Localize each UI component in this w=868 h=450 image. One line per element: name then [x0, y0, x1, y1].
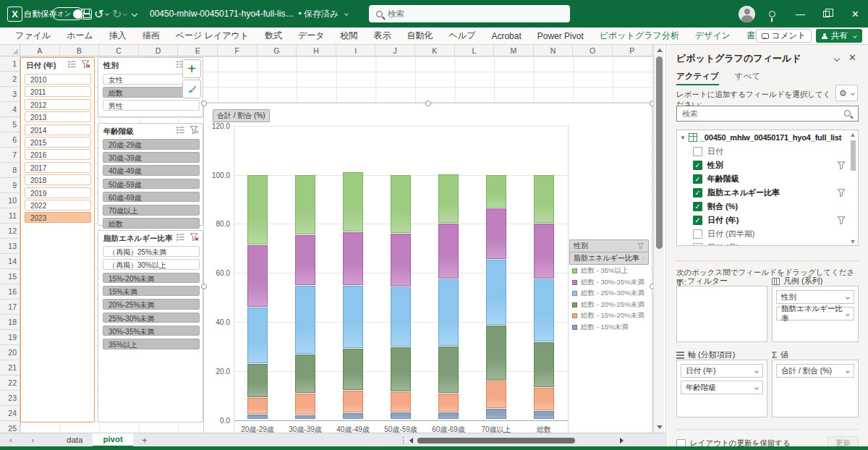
slicer-脂肪エネルギー比率[interactable]: 脂肪エネルギー比率（再掲）25%未満（再掲）30%以上15%-20%未満15%未… [98, 230, 203, 423]
column-header-B[interactable]: B [60, 45, 100, 56]
field-row-日付 (月)[interactable]: 日付 (月) [677, 241, 858, 246]
field-row-日付 (四半期)[interactable]: 日付 (四半期) [677, 227, 858, 241]
chart-elements-button[interactable]: + [182, 59, 201, 78]
area-chip-合計 / 割合 (%)[interactable]: 合計 / 割合 (%) [776, 364, 854, 378]
bar-segment-40歳-49歳-総数 - 20%-25%未満[interactable] [343, 349, 363, 390]
value-field-button[interactable]: 合計 / 割合 (%) [213, 109, 270, 122]
undo-icon[interactable]: ↺ [94, 0, 109, 27]
tools-gear-button[interactable]: ⚙ [835, 85, 858, 101]
ribbon-tab-Power Pivot[interactable]: Power Pivot [529, 29, 592, 43]
field-list-scrollbar[interactable] [850, 131, 857, 245]
column-header-D[interactable]: D [139, 45, 179, 56]
ribbon-tab-自動化[interactable]: 自動化 [399, 27, 441, 44]
slicer-item-男性[interactable]: 男性 [103, 100, 200, 111]
bar-segment-50歳-59歳-総数 - 25%-30%未満[interactable] [391, 287, 411, 347]
bar-segment-20歳-29歳-総数 - 35%以上[interactable] [247, 175, 268, 245]
field-checkbox[interactable]: ✓ [693, 188, 702, 198]
row-header-10[interactable]: 10 [0, 193, 20, 208]
area-chip-年齢階級[interactable]: 年齢階級 [681, 381, 763, 394]
area-chip-脂肪エネルギー比率[interactable]: 脂肪エネルギー比率 [776, 307, 854, 320]
ribbon-tab-ページ レイアウト[interactable]: ページ レイアウト [168, 27, 257, 44]
legend-field-button-脂肪エネルギー比率[interactable]: 脂肪エネルギー比率 [569, 252, 649, 265]
bar-segment-70歳以上-総数 - 25%-30%未満[interactable] [486, 260, 506, 325]
slicer-item-（再掲）25%未満[interactable]: （再掲）25%未満 [103, 246, 200, 257]
row-header-24[interactable]: 24 [0, 406, 20, 421]
row-headers[interactable]: 1234567891011121314151617181920212223242… [0, 56, 20, 433]
row-header-23[interactable]: 23 [0, 391, 20, 406]
slicer-item-20歳-29歳[interactable]: 20歳-29歳 [103, 139, 200, 150]
prev-sheet-icon[interactable]: ‹ [0, 436, 22, 444]
column-headers[interactable]: ABCDEFGHIJKLMNOP [0, 45, 653, 56]
row-header-12[interactable]: 12 [0, 224, 20, 239]
bar-segment-50歳-59歳-総数 - 35%以上[interactable] [391, 175, 411, 233]
row-header-22[interactable]: 22 [0, 375, 20, 391]
filters-drop-zone[interactable] [676, 286, 767, 342]
clear-filter-icon[interactable] [190, 232, 199, 244]
slicer-item-20%-25%未満[interactable]: 20%-25%未満 [103, 299, 200, 310]
slicer-item-2017[interactable]: 2017 [25, 162, 91, 173]
tab-active[interactable]: アクティブ [676, 71, 719, 85]
bar-segment-60歳-69歳-総数 - 15%-20%未満[interactable] [438, 394, 459, 412]
sheet-tab-data[interactable]: data [56, 433, 93, 447]
bar-segment-総数-総数 - 30%-35%未満[interactable] [534, 224, 554, 279]
column-header-N[interactable]: N [534, 45, 574, 56]
column-header-M[interactable]: M [494, 45, 534, 56]
bar-segment-70歳以上-総数 - 35%以上[interactable] [486, 175, 506, 208]
bar-segment-30歳-39歳-総数 - 35%以上[interactable] [295, 175, 315, 235]
bar-segment-50歳-59歳-総数 - 30%-35%未満[interactable] [391, 234, 411, 286]
column-header-J[interactable]: J [375, 45, 415, 56]
chart-selection-handle[interactable] [201, 284, 207, 289]
chart-selection-handle[interactable] [201, 101, 207, 106]
horizontal-scroll-thumb[interactable] [417, 438, 575, 443]
bar-segment-50歳-59歳-総数 - 20%-25%未満[interactable] [391, 347, 411, 391]
slicer-日付 (年)[interactable]: 日付 (年)2010201120122013201420152016201720… [20, 57, 95, 423]
comments-button[interactable]: コメント [756, 29, 812, 43]
scroll-up-icon[interactable] [657, 48, 663, 52]
bar-segment-40歳-49歳-総数 - 30%-35%未満[interactable] [343, 232, 363, 285]
field-row-性別[interactable]: ✓性別 [677, 158, 858, 172]
bar-segment-70歳以上-総数 - 20%-25%未満[interactable] [486, 326, 506, 381]
bar-segment-20歳-29歳-総数 - 15%未満[interactable] [247, 415, 268, 419]
row-header-4[interactable]: 4 [0, 102, 20, 117]
sheet-tab-pivot[interactable]: pivot [93, 433, 132, 447]
bar-segment-総数-総数 - 25%-30%未満[interactable] [534, 279, 554, 342]
slicer-item-2018[interactable]: 2018 [25, 174, 91, 185]
slicer-item-30%-35%未満[interactable]: 30%-35%未満 [103, 326, 200, 336]
scroll-right-icon[interactable] [620, 438, 624, 443]
bar-segment-40歳-49歳-総数 - 35%以上[interactable] [343, 172, 363, 232]
search-bar[interactable] [369, 5, 570, 22]
field-row-日付 (年)[interactable]: ✓日付 (年) [677, 213, 858, 227]
bar-segment-70歳以上-総数 - 30%-35%未満[interactable] [486, 208, 506, 259]
ribbon-tab-ヘルプ[interactable]: ヘルプ [441, 27, 484, 44]
close-button[interactable]: ✕ [851, 0, 859, 27]
share-button[interactable]: 共有 [816, 29, 862, 43]
slicer-item-2010[interactable]: 2010 [25, 74, 91, 85]
row-header-5[interactable]: 5 [0, 117, 20, 132]
field-checkbox[interactable]: ✓ [693, 216, 702, 225]
column-header-C[interactable]: C [99, 45, 139, 56]
legend-field-button-性別[interactable]: 性別 [569, 239, 649, 252]
row-header-2[interactable]: 2 [0, 72, 20, 87]
restore-button[interactable] [823, 0, 830, 27]
slicer-item-総数[interactable]: 総数 [103, 218, 200, 229]
bar-segment-40歳-49歳-総数 - 15%-20%未満[interactable] [343, 391, 363, 412]
slicer-item-15%-20%未満[interactable]: 15%-20%未満 [103, 273, 200, 284]
legend-drop-zone[interactable]: 性別脂肪エネルギー比率 [772, 286, 859, 342]
next-sheet-icon[interactable]: › [22, 436, 43, 444]
row-header-7[interactable]: 7 [0, 148, 20, 163]
chart-selection-handle[interactable] [650, 101, 653, 106]
excel-app-icon[interactable]: X [7, 0, 22, 27]
bar-segment-50歳-59歳-総数 - 15%未満[interactable] [391, 412, 411, 420]
column-header-G[interactable]: G [258, 45, 297, 56]
slicer-item-25%-30%未満[interactable]: 25%-30%未満 [103, 313, 200, 323]
tab-all[interactable]: すべて [735, 71, 760, 85]
slicer-item-2016[interactable]: 2016 [25, 149, 91, 160]
row-header-18[interactable]: 18 [0, 315, 20, 330]
ribbon-tab-表示[interactable]: 表示 [366, 27, 399, 44]
worksheet-area[interactable]: ABCDEFGHIJKLMNOP 12345678910111213141516… [0, 45, 653, 433]
column-header-K[interactable]: K [415, 45, 455, 56]
ribbon-tab-ピボットグラフ分析[interactable]: ピボットグラフ分析 [592, 27, 687, 44]
multiselect-icon[interactable] [176, 125, 185, 137]
bar-segment-30歳-39歳-総数 - 20%-25%未満[interactable] [295, 355, 315, 393]
slicer-item-2015[interactable]: 2015 [25, 137, 91, 148]
